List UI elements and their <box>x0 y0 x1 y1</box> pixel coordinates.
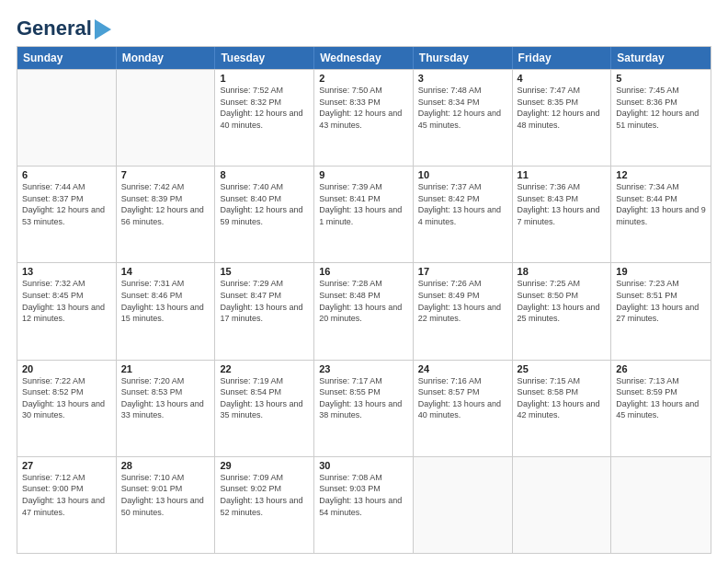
calendar-cell: 13Sunrise: 7:32 AM Sunset: 8:45 PM Dayli… <box>17 263 117 359</box>
calendar-cell: 5Sunrise: 7:45 AM Sunset: 8:36 PM Daylig… <box>611 70 711 166</box>
cell-info: Sunrise: 7:44 AM Sunset: 8:37 PM Dayligh… <box>22 181 111 227</box>
calendar-cell: 26Sunrise: 7:13 AM Sunset: 8:59 PM Dayli… <box>611 361 711 456</box>
calendar-cell: 21Sunrise: 7:20 AM Sunset: 8:53 PM Dayli… <box>117 361 216 456</box>
calendar-cell: 12Sunrise: 7:34 AM Sunset: 8:44 PM Dayli… <box>611 167 711 262</box>
cell-info: Sunrise: 7:36 AM Sunset: 8:43 PM Dayligh… <box>518 181 607 227</box>
logo-triangle-icon <box>95 19 111 40</box>
calendar-cell: 10Sunrise: 7:37 AM Sunset: 8:42 PM Dayli… <box>414 167 513 262</box>
cell-info: Sunrise: 7:48 AM Sunset: 8:34 PM Dayligh… <box>418 85 507 131</box>
day-header-monday: Monday <box>117 47 216 69</box>
calendar-cell: 7Sunrise: 7:42 AM Sunset: 8:39 PM Daylig… <box>117 167 216 262</box>
cell-day-number: 13 <box>22 266 111 277</box>
cell-day-number: 25 <box>518 363 607 374</box>
calendar-cell: 15Sunrise: 7:29 AM Sunset: 8:47 PM Dayli… <box>215 263 314 359</box>
cell-day-number: 22 <box>220 363 309 374</box>
day-header-tuesday: Tuesday <box>215 47 314 69</box>
cell-day-number: 6 <box>22 169 111 180</box>
cell-info: Sunrise: 7:47 AM Sunset: 8:35 PM Dayligh… <box>518 85 607 131</box>
calendar-row-2: 6Sunrise: 7:44 AM Sunset: 8:37 PM Daylig… <box>17 166 711 262</box>
cell-day-number: 24 <box>418 363 507 374</box>
svg-marker-0 <box>95 19 111 40</box>
cell-info: Sunrise: 7:31 AM Sunset: 8:46 PM Dayligh… <box>121 278 210 324</box>
cell-day-number: 8 <box>220 169 309 180</box>
cell-info: Sunrise: 7:39 AM Sunset: 8:41 PM Dayligh… <box>319 181 408 227</box>
day-header-thursday: Thursday <box>414 47 513 69</box>
cell-day-number: 28 <box>121 460 210 471</box>
cell-day-number: 4 <box>518 73 607 84</box>
cell-day-number: 23 <box>319 363 408 374</box>
cell-day-number: 9 <box>319 169 408 180</box>
cell-info: Sunrise: 7:10 AM Sunset: 9:01 PM Dayligh… <box>121 472 210 518</box>
cell-info: Sunrise: 7:23 AM Sunset: 8:51 PM Dayligh… <box>616 278 706 324</box>
calendar-cell <box>513 457 612 553</box>
calendar-cell: 4Sunrise: 7:47 AM Sunset: 8:35 PM Daylig… <box>513 70 612 166</box>
day-header-sunday: Sunday <box>17 47 117 69</box>
cell-day-number: 10 <box>418 169 507 180</box>
day-header-wednesday: Wednesday <box>314 47 414 69</box>
cell-day-number: 26 <box>616 363 706 374</box>
cell-info: Sunrise: 7:29 AM Sunset: 8:47 PM Dayligh… <box>220 278 309 324</box>
cell-day-number: 2 <box>319 73 408 84</box>
cell-day-number: 17 <box>418 266 507 277</box>
cell-info: Sunrise: 7:09 AM Sunset: 9:02 PM Dayligh… <box>220 472 309 518</box>
calendar-cell: 16Sunrise: 7:28 AM Sunset: 8:48 PM Dayli… <box>314 263 414 359</box>
calendar-cell <box>414 457 513 553</box>
calendar-row-1: 1Sunrise: 7:52 AM Sunset: 8:32 PM Daylig… <box>17 69 711 166</box>
cell-day-number: 5 <box>616 73 706 84</box>
cell-info: Sunrise: 7:15 AM Sunset: 8:58 PM Dayligh… <box>518 375 607 421</box>
calendar-cell <box>117 70 216 166</box>
cell-info: Sunrise: 7:13 AM Sunset: 8:59 PM Dayligh… <box>616 375 706 421</box>
cell-info: Sunrise: 7:17 AM Sunset: 8:55 PM Dayligh… <box>319 375 408 421</box>
calendar-cell: 23Sunrise: 7:17 AM Sunset: 8:55 PM Dayli… <box>314 361 414 456</box>
calendar-cell <box>17 70 117 166</box>
cell-day-number: 12 <box>616 169 706 180</box>
calendar-row-3: 13Sunrise: 7:32 AM Sunset: 8:45 PM Dayli… <box>17 262 711 359</box>
calendar-cell: 30Sunrise: 7:08 AM Sunset: 9:03 PM Dayli… <box>314 457 414 553</box>
page: General SundayMondayTuesdayWednesdayThur… <box>0 0 728 563</box>
cell-info: Sunrise: 7:20 AM Sunset: 8:53 PM Dayligh… <box>121 375 210 421</box>
day-header-saturday: Saturday <box>611 47 711 69</box>
cell-day-number: 18 <box>518 266 607 277</box>
calendar-cell: 6Sunrise: 7:44 AM Sunset: 8:37 PM Daylig… <box>17 167 117 262</box>
calendar-cell: 19Sunrise: 7:23 AM Sunset: 8:51 PM Dayli… <box>611 263 711 359</box>
calendar-cell: 18Sunrise: 7:25 AM Sunset: 8:50 PM Dayli… <box>513 263 612 359</box>
cell-info: Sunrise: 7:08 AM Sunset: 9:03 PM Dayligh… <box>319 472 408 518</box>
calendar-cell: 17Sunrise: 7:26 AM Sunset: 8:49 PM Dayli… <box>414 263 513 359</box>
cell-info: Sunrise: 7:12 AM Sunset: 9:00 PM Dayligh… <box>22 472 111 518</box>
calendar-cell: 20Sunrise: 7:22 AM Sunset: 8:52 PM Dayli… <box>17 361 117 456</box>
cell-info: Sunrise: 7:37 AM Sunset: 8:42 PM Dayligh… <box>418 181 507 227</box>
cell-info: Sunrise: 7:50 AM Sunset: 8:33 PM Dayligh… <box>319 85 408 131</box>
calendar-cell: 24Sunrise: 7:16 AM Sunset: 8:57 PM Dayli… <box>414 361 513 456</box>
calendar-cell: 11Sunrise: 7:36 AM Sunset: 8:43 PM Dayli… <box>513 167 612 262</box>
cell-info: Sunrise: 7:16 AM Sunset: 8:57 PM Dayligh… <box>418 375 507 421</box>
cell-info: Sunrise: 7:42 AM Sunset: 8:39 PM Dayligh… <box>121 181 210 227</box>
cell-day-number: 21 <box>121 363 210 374</box>
calendar-cell: 25Sunrise: 7:15 AM Sunset: 8:58 PM Dayli… <box>513 361 612 456</box>
calendar-body: 1Sunrise: 7:52 AM Sunset: 8:32 PM Daylig… <box>17 69 711 553</box>
cell-day-number: 19 <box>616 266 706 277</box>
cell-info: Sunrise: 7:45 AM Sunset: 8:36 PM Dayligh… <box>616 85 706 131</box>
calendar-cell: 2Sunrise: 7:50 AM Sunset: 8:33 PM Daylig… <box>314 70 414 166</box>
calendar-cell: 14Sunrise: 7:31 AM Sunset: 8:46 PM Dayli… <box>117 263 216 359</box>
day-header-friday: Friday <box>513 47 612 69</box>
calendar-row-5: 27Sunrise: 7:12 AM Sunset: 9:00 PM Dayli… <box>17 456 711 553</box>
logo: General <box>17 17 111 37</box>
calendar-cell: 28Sunrise: 7:10 AM Sunset: 9:01 PM Dayli… <box>117 457 216 553</box>
cell-day-number: 20 <box>22 363 111 374</box>
calendar-cell: 29Sunrise: 7:09 AM Sunset: 9:02 PM Dayli… <box>215 457 314 553</box>
cell-day-number: 3 <box>418 73 507 84</box>
cell-info: Sunrise: 7:32 AM Sunset: 8:45 PM Dayligh… <box>22 278 111 324</box>
calendar-cell: 27Sunrise: 7:12 AM Sunset: 9:00 PM Dayli… <box>17 457 117 553</box>
calendar: SundayMondayTuesdayWednesdayThursdayFrid… <box>17 46 711 554</box>
cell-info: Sunrise: 7:19 AM Sunset: 8:54 PM Dayligh… <box>220 375 309 421</box>
cell-day-number: 16 <box>319 266 408 277</box>
calendar-header: SundayMondayTuesdayWednesdayThursdayFrid… <box>17 47 711 69</box>
calendar-cell: 3Sunrise: 7:48 AM Sunset: 8:34 PM Daylig… <box>414 70 513 166</box>
logo-wrapper: General <box>17 17 111 40</box>
calendar-cell: 9Sunrise: 7:39 AM Sunset: 8:41 PM Daylig… <box>314 167 414 262</box>
cell-info: Sunrise: 7:28 AM Sunset: 8:48 PM Dayligh… <box>319 278 408 324</box>
cell-day-number: 14 <box>121 266 210 277</box>
cell-info: Sunrise: 7:22 AM Sunset: 8:52 PM Dayligh… <box>22 375 111 421</box>
cell-day-number: 7 <box>121 169 210 180</box>
header: General <box>17 17 711 37</box>
